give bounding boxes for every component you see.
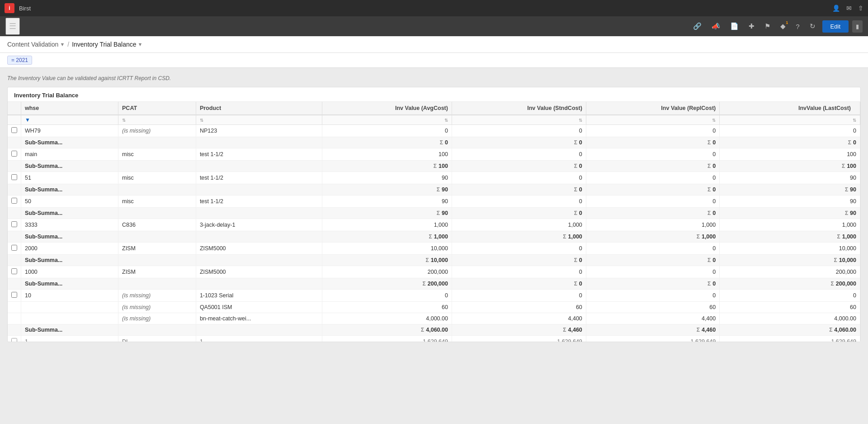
sort-pcat[interactable]: ⇅ — [118, 115, 196, 125]
cell-pcat — [118, 184, 196, 195]
cell-whse: Sub-Summa... — [21, 208, 118, 219]
panel-toggle-button[interactable]: ▮ — [852, 20, 863, 33]
col-header-product[interactable]: Product — [196, 102, 322, 115]
cell-product: 1 — [196, 336, 322, 342]
sort-inv-stnd[interactable]: ⇅ — [452, 115, 586, 125]
cell-pcat — [118, 255, 196, 266]
cell-whse: Sub-Summa... — [21, 184, 118, 195]
cell-pcat — [118, 161, 196, 172]
sub-summary-row: Sub-Summa... Σ1,000 Σ1,000 Σ1,000 Σ1,000 — [8, 231, 860, 243]
user-icon[interactable]: 👤 — [832, 5, 840, 12]
cell-inv-stnd: 0 — [452, 148, 586, 161]
cell-inv-stnd: Σ0 — [452, 255, 586, 266]
sub-summary-row: Sub-Summa... Σ200,000 Σ0 Σ0 Σ200,000 — [8, 278, 860, 290]
mail-icon[interactable]: ✉ — [846, 5, 852, 12]
col-header-whse[interactable]: whse — [21, 102, 118, 115]
cell-pcat: ZISM — [118, 243, 196, 255]
cell-checkbox[interactable] — [8, 125, 21, 137]
megaphone-button[interactable]: 📣 — [708, 20, 723, 33]
cell-inv-repl: Σ0 — [586, 208, 719, 219]
cell-checkbox[interactable] — [8, 243, 21, 255]
cell-pcat: (is missing) — [118, 125, 196, 137]
sort-inv-repl[interactable]: ⇅ — [586, 115, 719, 125]
document-button[interactable]: 📄 — [727, 20, 742, 33]
cell-whse: 50 — [21, 195, 118, 208]
cell-inv-avg: Σ200,000 — [322, 278, 452, 290]
cell-product: QA5001 ISM — [196, 302, 322, 313]
cell-pcat — [118, 137, 196, 148]
cell-checkbox — [8, 255, 21, 266]
sort-checkbox — [8, 115, 21, 125]
cell-checkbox[interactable] — [8, 313, 21, 324]
cell-checkbox[interactable] — [8, 219, 21, 231]
bookmark-button[interactable]: ⚑ — [761, 20, 774, 33]
sort-whse[interactable]: ▼ — [21, 115, 118, 125]
cell-pcat: misc — [118, 195, 196, 208]
cell-inv-stnd: Σ0 — [452, 278, 586, 290]
cell-pcat: (is missing) — [118, 290, 196, 302]
cell-inv-stnd: 1,629,649 — [452, 336, 586, 342]
col-header-inv-last[interactable]: InvValue (LastCost) — [720, 102, 860, 115]
cell-inv-last: 1,000 — [720, 219, 860, 231]
cell-inv-repl: 1,000 — [586, 219, 719, 231]
report-card: Inventory Trial Balance whse PCAT Produc… — [7, 87, 861, 342]
cell-whse: WH79 — [21, 125, 118, 137]
cell-inv-stnd: 60 — [452, 302, 586, 313]
cell-inv-stnd: Σ0 — [452, 184, 586, 195]
edit-button[interactable]: Edit — [822, 20, 849, 33]
cell-checkbox — [8, 184, 21, 195]
cell-inv-repl: Σ0 — [586, 278, 719, 290]
cell-whse — [21, 313, 118, 324]
col-header-inv-avg[interactable]: Inv Value (AvgCost) — [322, 102, 452, 115]
table-row: 10 (is missing) 1-1023 Serial 0 0 0 0 — [8, 290, 860, 302]
cell-checkbox[interactable] — [8, 336, 21, 342]
cell-whse: Sub-Summa... — [21, 161, 118, 172]
table-row: 2000 ZISM ZISM5000 10,000 0 0 10,000 — [8, 243, 860, 255]
share-icon[interactable]: ⇧ — [858, 5, 863, 12]
cell-inv-last: 90 — [720, 172, 860, 184]
cell-checkbox[interactable] — [8, 266, 21, 278]
cell-inv-repl: 0 — [586, 290, 719, 302]
cell-inv-stnd: Σ0 — [452, 208, 586, 219]
cell-whse: 10 — [21, 290, 118, 302]
cell-whse: main — [21, 148, 118, 161]
cell-product — [196, 137, 322, 148]
col-header-inv-repl[interactable]: Inv Value (ReplCost) — [586, 102, 719, 115]
col-header-inv-stnd[interactable]: Inv Value (StndCost) — [452, 102, 586, 115]
cell-pcat: C836 — [118, 219, 196, 231]
breadcrumb-parent-link[interactable]: Content Validation ▼ — [7, 41, 65, 48]
sort-product[interactable]: ⇅ — [196, 115, 322, 125]
cell-inv-stnd: 4,400 — [452, 313, 586, 324]
help-button[interactable]: ? — [793, 20, 802, 33]
hamburger-menu-button[interactable]: ☰ — [5, 18, 20, 35]
cell-product: test 1-1/2 — [196, 172, 322, 184]
refresh-button[interactable]: ↻ — [807, 20, 819, 33]
cell-checkbox[interactable] — [8, 172, 21, 184]
cell-checkbox[interactable] — [8, 290, 21, 302]
table-row: 3333 C836 3-jack-delay-1 1,000 1,000 1,0… — [8, 219, 860, 231]
cell-inv-repl: 60 — [586, 302, 719, 313]
add-grid-button[interactable]: ✚ — [745, 20, 758, 33]
toolbar-right: 🔗 📣 📄 ✚ ⚑ ◆1 ? ↻ Edit ▮ — [690, 20, 863, 33]
cell-inv-stnd: Σ0 — [452, 161, 586, 172]
cell-inv-repl: 4,400 — [586, 313, 719, 324]
cell-checkbox[interactable] — [8, 302, 21, 313]
cell-inv-repl: 0 — [586, 172, 719, 184]
report-title: Inventory Trial Balance — [8, 87, 860, 102]
cell-inv-stnd: 0 — [452, 172, 586, 184]
cell-checkbox[interactable] — [8, 148, 21, 161]
cell-inv-repl: 0 — [586, 243, 719, 255]
year-filter-chip[interactable]: = 2021 — [7, 56, 32, 65]
cell-inv-avg: 90 — [322, 172, 452, 184]
cell-inv-stnd: 1,000 — [452, 219, 586, 231]
cell-whse: Sub-Summa... — [21, 324, 118, 336]
cell-checkbox — [8, 278, 21, 290]
col-header-pcat[interactable]: PCAT — [118, 102, 196, 115]
table-wrapper[interactable]: whse PCAT Product Inv Value (AvgCost) In… — [8, 102, 860, 342]
cell-checkbox[interactable] — [8, 195, 21, 208]
sort-inv-last[interactable]: ⇅ — [720, 115, 860, 125]
filter-count-button[interactable]: ◆1 — [777, 20, 789, 33]
link-button[interactable]: 🔗 — [690, 20, 705, 33]
info-text: The Inventory Value can be validated aga… — [7, 75, 861, 81]
sort-inv-avg[interactable]: ⇅ — [322, 115, 452, 125]
